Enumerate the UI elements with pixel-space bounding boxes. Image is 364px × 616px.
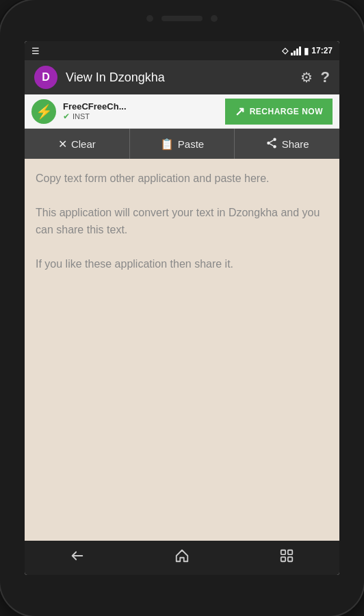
menu-icon: ☰ [31,46,40,56]
svg-line-3 [270,144,273,146]
battery-icon: ▮ [304,46,309,56]
recharge-icon: ↗ [235,104,246,119]
close-icon: ✕ [58,138,67,151]
status-right: ◇ ▮ 17:27 [282,46,333,56]
text-area[interactable]: Copy text form other application and pas… [25,159,339,541]
recents-button[interactable] [265,543,308,573]
signal-bars [291,47,301,55]
settings-icon[interactable]: ⚙ [300,69,313,86]
app-title: View In Dzongkha [66,70,292,85]
camera-dot [146,15,153,22]
ad-icon-symbol: ⚡ [36,103,53,120]
svg-point-2 [273,145,276,149]
svg-point-1 [267,141,270,144]
svg-rect-7 [288,557,292,561]
phone-screen: ☰ ◇ ▮ 17:27 D View In [25,41,339,575]
camera-dot-right [211,15,218,22]
text-line-3: If you like these application then share… [36,255,328,273]
svg-point-0 [273,138,276,141]
ad-text: FreeCFreeCh... ✔ INST [63,101,218,121]
text-line-1: Copy text form other application and pas… [36,170,328,188]
home-button[interactable] [161,543,203,573]
share-label: Share [282,138,309,150]
phone-frame: ☰ ◇ ▮ 17:27 D View In [0,0,364,616]
app-toolbar: D View In Dzongkha ⚙ ? [25,60,339,94]
app-icon: D [34,66,57,89]
help-icon[interactable]: ? [321,68,330,86]
ad-install-label: INST [73,112,90,120]
paste-button[interactable]: 📋 Paste [130,129,235,159]
ad-app-icon: ⚡ [31,99,56,124]
clipboard-icon: 📋 [160,138,174,151]
share-button[interactable]: Share [235,129,339,159]
bottom-nav [25,541,339,575]
recharge-button[interactable]: ↗ RECHARGE NOW [225,99,333,125]
text-line-2: This application will convert your text … [36,204,328,239]
status-bar: ☰ ◇ ▮ 17:27 [25,41,339,60]
clear-label: Clear [71,138,96,150]
svg-rect-8 [281,557,285,561]
svg-rect-5 [281,550,285,554]
recharge-label: RECHARGE NOW [250,107,323,116]
phone-top-bar [146,15,218,22]
svg-rect-6 [288,550,292,554]
ad-app-name: FreeCFreeCh... [63,101,218,112]
time-display: 17:27 [311,46,333,55]
sim-icon: ◇ [282,46,288,55]
action-bar: ✕ Clear 📋 Paste Share [25,129,339,159]
status-left: ☰ [31,46,40,56]
speaker-bar [161,16,203,21]
svg-line-4 [270,140,273,142]
clear-button[interactable]: ✕ Clear [25,129,130,159]
share-icon [265,137,278,151]
ad-banner: ⚡ FreeCFreeCh... ✔ INST ↗ RECHARGE NOW [25,94,339,129]
app-icon-letter: D [42,71,50,84]
back-button[interactable] [56,543,99,573]
paste-label: Paste [178,138,204,150]
check-icon: ✔ [63,112,70,121]
ad-install-row: ✔ INST [63,112,218,121]
